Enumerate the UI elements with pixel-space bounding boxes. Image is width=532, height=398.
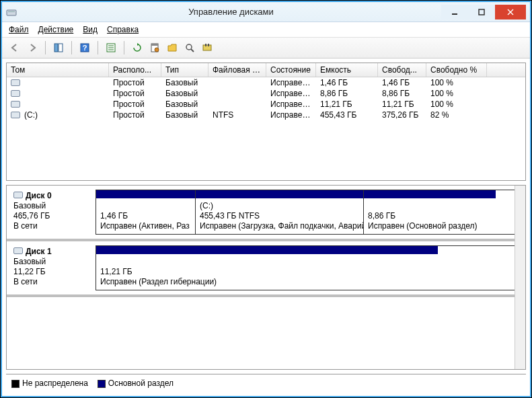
- volume-icon: [11, 79, 20, 86]
- separator-icon: [124, 41, 124, 54]
- window-title: Управление дисками: [21, 7, 441, 17]
- table-row[interactable]: (C:)ПростойБазовыйNTFSИсправен...455,43 …: [7, 110, 525, 120]
- legend-unallocated: Не распределена: [11, 379, 88, 388]
- forward-button[interactable]: [25, 40, 40, 55]
- col-pct[interactable]: Свободно %: [426, 63, 487, 77]
- menu-help[interactable]: Справка: [107, 25, 139, 34]
- disk-diagrams: Диск 0Базовый465,76 ГБВ сети 1,46 ГБИспр…: [6, 185, 526, 370]
- partition[interactable]: 1,46 ГБИсправен (Активен, Раз: [96, 190, 196, 234]
- partition-bar: [96, 246, 438, 254]
- disk-info[interactable]: Диск 0Базовый465,76 ГБВ сети: [11, 190, 96, 235]
- svg-point-17: [186, 44, 192, 50]
- app-icon: [6, 7, 17, 17]
- partition[interactable]: (C:)455,43 ГБ NTFSИсправен (Загрузка, Фа…: [196, 190, 364, 234]
- legend: Не распределена Основной раздел: [6, 374, 526, 392]
- close-button[interactable]: [495, 5, 526, 19]
- svg-rect-6: [54, 44, 58, 52]
- partition-bar: [364, 190, 496, 198]
- partition[interactable]: 11,21 ГБИсправен (Раздел гибернации): [96, 246, 438, 290]
- legend-primary-label: Основной раздел: [108, 379, 174, 388]
- svg-rect-3: [479, 9, 484, 15]
- disk-info[interactable]: Диск 1Базовый11,22 ГБВ сети: [11, 245, 96, 290]
- maximize-button[interactable]: [468, 5, 495, 19]
- titlebar: Управление дисками: [2, 2, 530, 22]
- partition[interactable]: 8,86 ГБИсправен (Основной раздел): [364, 190, 496, 234]
- disk-row: Диск 0Базовый465,76 ГБВ сети 1,46 ГБИспр…: [7, 186, 525, 241]
- svg-point-16: [155, 48, 159, 52]
- help-button[interactable]: ?: [77, 40, 92, 55]
- volume-rows: ПростойБазовыйИсправен...1,46 ГБ1,46 ГБ1…: [7, 77, 525, 180]
- scrollbar[interactable]: [515, 186, 525, 369]
- column-headers: Том Располо... Тип Файловая с... Состоян…: [7, 63, 525, 77]
- table-row[interactable]: ПростойБазовыйИсправен...11,21 ГБ11,21 Г…: [7, 99, 525, 110]
- disk-row: Диск 1Базовый11,22 ГБВ сети 11,21 ГБИспр…: [7, 241, 525, 297]
- svg-rect-15: [151, 44, 158, 46]
- window-buttons: [441, 5, 526, 19]
- volume-list: Том Располо... Тип Файловая с... Состоян…: [6, 63, 526, 181]
- col-capacity[interactable]: Емкость: [316, 63, 378, 77]
- partition-bar: [196, 190, 363, 198]
- svg-rect-21: [208, 44, 209, 46]
- svg-rect-19: [203, 45, 211, 50]
- svg-rect-7: [59, 44, 63, 52]
- menubar: Файл Действие Вид Справка: [2, 22, 530, 38]
- properties-button[interactable]: [147, 40, 162, 55]
- details-button[interactable]: [104, 40, 118, 55]
- volume-icon: [11, 101, 20, 108]
- refresh-button[interactable]: [130, 40, 145, 55]
- disk-icon: [13, 247, 23, 254]
- col-type[interactable]: Тип: [161, 63, 208, 77]
- menu-view[interactable]: Вид: [83, 25, 98, 34]
- svg-line-18: [191, 49, 194, 52]
- open-button[interactable]: [165, 40, 180, 55]
- table-row[interactable]: ПростойБазовыйИсправен...1,46 ГБ1,46 ГБ1…: [7, 77, 525, 88]
- back-button[interactable]: [7, 40, 22, 55]
- window: Управление дисками Файл Действие Вид Спр…: [1, 1, 531, 397]
- col-volume[interactable]: Том: [7, 63, 109, 77]
- legend-unallocated-label: Не распределена: [22, 379, 88, 388]
- content-area: Том Располо... Тип Файловая с... Состоян…: [2, 58, 530, 396]
- svg-rect-0: [7, 10, 16, 15]
- partition-bar: [96, 190, 195, 198]
- col-fs[interactable]: Файловая с...: [208, 63, 266, 77]
- disk-icon: [13, 192, 23, 198]
- svg-text:?: ?: [83, 44, 87, 52]
- volume-icon: [11, 90, 20, 97]
- svg-rect-20: [205, 44, 206, 46]
- legend-primary: Основной раздел: [98, 379, 174, 388]
- menu-file[interactable]: Файл: [9, 25, 29, 34]
- minimize-button[interactable]: [441, 5, 468, 19]
- svg-rect-1: [8, 11, 15, 12]
- table-row[interactable]: ПростойБазовыйИсправен...8,86 ГБ8,86 ГБ1…: [7, 88, 525, 99]
- separator-icon: [45, 41, 46, 54]
- col-status[interactable]: Состояние: [266, 63, 316, 77]
- settings-button[interactable]: [200, 40, 215, 55]
- menu-action[interactable]: Действие: [38, 25, 74, 34]
- show-hide-button[interactable]: [51, 40, 66, 55]
- separator-icon: [71, 41, 72, 54]
- separator-icon: [98, 41, 98, 54]
- col-free[interactable]: Свобод...: [378, 63, 426, 77]
- volume-icon: [11, 112, 20, 118]
- toolbar: ?: [2, 38, 530, 58]
- col-layout[interactable]: Располо...: [109, 63, 161, 77]
- find-button[interactable]: [182, 40, 197, 55]
